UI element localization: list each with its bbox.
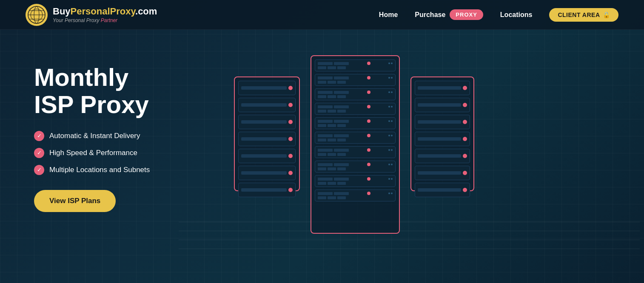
- brand-personal: Personal: [71, 6, 110, 17]
- server-rack-right: [410, 76, 474, 191]
- server-unit: [415, 149, 470, 163]
- feature-item: ✓ High Speed & Performance: [34, 148, 204, 158]
- brand-proxy: Proxy: [110, 6, 136, 17]
- server-unit: [238, 115, 296, 129]
- server-unit: [415, 183, 470, 197]
- server-unit: [315, 175, 396, 187]
- brand-com: .com: [135, 6, 157, 17]
- server-rack-center: [311, 55, 400, 234]
- nav-purchase-group: Purchase PROXY: [415, 9, 483, 20]
- server-unit: [315, 88, 396, 100]
- hero-content: Monthly ISP Proxy ✓ Automatic & Instant …: [34, 64, 204, 212]
- nav-home[interactable]: Home: [379, 11, 398, 19]
- brand-tagline: Your Personal Proxy Partner: [53, 17, 157, 23]
- server-unit: [415, 115, 470, 129]
- server-unit: [415, 81, 470, 95]
- nav-locations[interactable]: Locations: [500, 11, 533, 19]
- server-unit: [415, 98, 470, 112]
- server-unit: [238, 149, 296, 163]
- view-plans-button[interactable]: View ISP Plans: [34, 190, 116, 212]
- server-unit: [238, 132, 296, 146]
- client-area-button[interactable]: CLIENT AREA 🔒: [549, 8, 618, 22]
- logo-text: BuyPersonalProxy.com Your Personal Proxy…: [53, 6, 157, 23]
- hero-section: Monthly ISP Proxy ✓ Automatic & Instant …: [0, 30, 644, 283]
- brand-buy: Buy: [53, 6, 71, 17]
- feature-item: ✓ Multiple Locations and Subnets: [34, 165, 204, 175]
- server-unit: [315, 132, 396, 144]
- hero-features: ✓ Automatic & Instant Delivery ✓ High Sp…: [34, 131, 204, 175]
- server-unit: [415, 166, 470, 180]
- feature-item: ✓ Automatic & Instant Delivery: [34, 131, 204, 141]
- server-unit: [315, 190, 396, 201]
- navbar: BuyPersonalProxy.com Your Personal Proxy…: [0, 0, 644, 30]
- server-unit: [238, 166, 296, 180]
- check-icon-3: ✓: [34, 165, 44, 175]
- server-unit: [238, 98, 296, 112]
- hero-title: Monthly ISP Proxy: [34, 64, 204, 118]
- server-unit: [315, 59, 396, 71]
- logo-link[interactable]: BuyPersonalProxy.com Your Personal Proxy…: [26, 4, 157, 26]
- server-unit: [415, 132, 470, 146]
- nav-links: Home Purchase PROXY Locations CLIENT ARE…: [379, 8, 618, 22]
- proxy-badge: PROXY: [450, 9, 483, 20]
- server-unit: [315, 146, 396, 158]
- server-illustration: [221, 55, 618, 283]
- server-rack-left: [234, 76, 300, 191]
- check-icon-2: ✓: [34, 148, 44, 158]
- nav-purchase[interactable]: Purchase: [415, 11, 445, 19]
- logo-icon: [26, 4, 48, 26]
- lock-icon: 🔒: [603, 11, 610, 18]
- server-unit: [238, 81, 296, 95]
- server-unit: [315, 161, 396, 173]
- server-unit: [315, 117, 396, 129]
- client-area-label: CLIENT AREA: [558, 11, 600, 18]
- server-unit: [315, 103, 396, 115]
- check-icon-1: ✓: [34, 131, 44, 141]
- server-unit: [315, 74, 396, 86]
- server-unit: [238, 183, 296, 197]
